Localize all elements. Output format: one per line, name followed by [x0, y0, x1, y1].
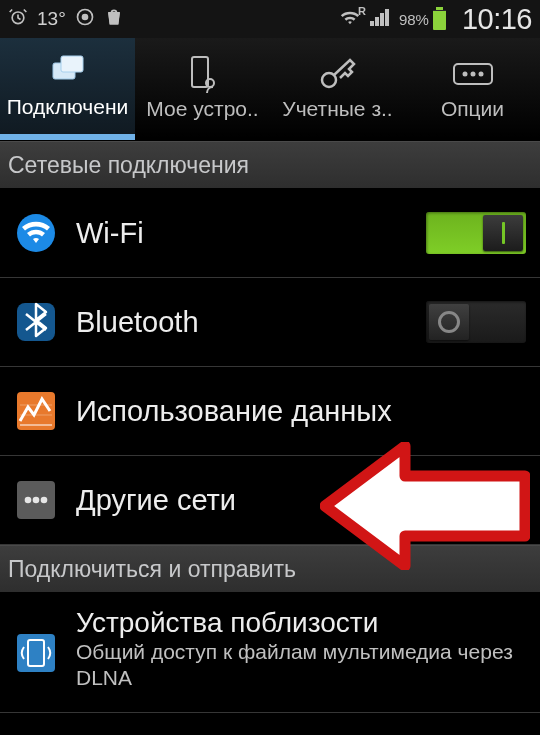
battery-indicator: 98% [399, 7, 447, 31]
section-connect-send: Подключиться и отправить [0, 545, 540, 593]
row-nearby-devices[interactable]: Устройства поблизости Общий доступ к фай… [0, 593, 540, 713]
tab-connections[interactable]: Подключени [0, 38, 135, 140]
svg-point-12 [462, 72, 467, 77]
row-wifi[interactable]: Wi-Fi [0, 189, 540, 278]
row-other-networks[interactable]: Другие сети [0, 456, 540, 545]
status-bar: 13° R 98% 10:16 [0, 0, 540, 38]
tab-options[interactable]: Опции [405, 38, 540, 140]
toggle-wifi[interactable] [426, 212, 526, 254]
nearby-devices-icon [14, 631, 58, 675]
more-icon [451, 55, 495, 93]
device-icon [186, 55, 220, 93]
key-icon [318, 55, 358, 93]
toggle-bluetooth[interactable] [426, 301, 526, 343]
svg-point-13 [470, 72, 475, 77]
svg-rect-4 [433, 10, 446, 30]
signal-icon: R [370, 8, 390, 31]
other-networks-icon [14, 478, 58, 522]
temperature: 13° [37, 8, 66, 30]
alarm-icon [8, 7, 28, 32]
row-data-usage[interactable]: Использование данных [0, 367, 540, 456]
svg-point-24 [41, 497, 48, 504]
tab-accounts[interactable]: Учетные з.. [270, 38, 405, 140]
svg-rect-7 [61, 56, 83, 72]
wifi-row-icon [14, 211, 58, 255]
data-usage-icon [14, 389, 58, 433]
connections-icon [47, 53, 89, 91]
svg-point-2 [82, 14, 87, 19]
tab-bar: Подключени Мое устро.. Учетные з.. Опции [0, 38, 540, 141]
svg-point-14 [478, 72, 483, 77]
svg-point-23 [33, 497, 40, 504]
svg-rect-5 [433, 10, 446, 11]
svg-point-22 [25, 497, 32, 504]
clock: 10:16 [462, 3, 532, 36]
row-bluetooth[interactable]: Bluetooth [0, 278, 540, 367]
svg-rect-3 [436, 7, 443, 10]
svg-point-10 [322, 73, 336, 87]
shopping-bag-icon [104, 7, 124, 32]
bluetooth-row-icon [14, 300, 58, 344]
tab-my-device[interactable]: Мое устро.. [135, 38, 270, 140]
nearby-subtitle: Общий доступ к файлам мультимедиа через … [76, 639, 526, 692]
ongoing-app-icon [75, 7, 95, 32]
section-network-connections: Сетевые подключения [0, 141, 540, 189]
nearby-title: Устройства поблизости [76, 607, 526, 639]
